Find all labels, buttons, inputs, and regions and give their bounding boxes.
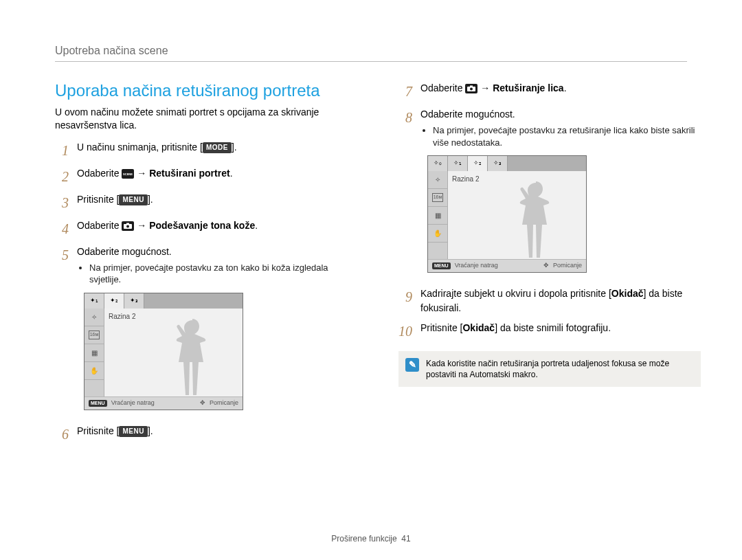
step-text: ]. <box>148 425 153 436</box>
ss-side-icon: ✋ <box>428 225 447 243</box>
ss-move-label: Pomicanje <box>553 261 582 271</box>
step-text: Odaberite mogućnost. <box>420 109 515 120</box>
scene-mode-icon: SCENE <box>122 169 134 179</box>
ss-menu-key-icon: MENU <box>89 400 107 407</box>
step-number: 8 <box>398 107 412 281</box>
column-right: 7 Odaberite → Retuširanje lica. 8 Odaber… <box>398 81 701 450</box>
ss-tab-icon: ✧₁ <box>448 156 468 171</box>
step-note: Na primjer, povećajte postavku za retuši… <box>433 124 701 148</box>
ss-back-label: Vraćanje natrag <box>111 399 155 408</box>
footer-page-number: 41 <box>401 534 410 544</box>
step-text: Odaberite <box>420 82 465 93</box>
camera-screenshot-skin-tone: ✦₁ ✦₂ ✦₃ ✧ 16м ▦ ✋ <box>84 293 243 410</box>
step-text: Odaberite <box>77 168 122 179</box>
step-number: 1 <box>55 140 69 161</box>
ss-side-icon: ✋ <box>85 362 104 380</box>
step-3: 3 Pritisnite [MENU]. <box>55 192 357 213</box>
ss-tab-icon: ✦₂ <box>104 293 124 309</box>
camera-icon <box>122 221 134 231</box>
ss-nav-icon: ✥ <box>200 399 205 408</box>
step-number: 6 <box>55 424 69 445</box>
step-number: 3 <box>55 192 69 213</box>
step-number: 5 <box>55 245 69 418</box>
step-text: Pritisnite [ <box>420 322 462 333</box>
step-1: 1 U načinu snimanja, pritisnite [MODE]. <box>55 140 357 161</box>
step-text: ]. <box>232 142 237 153</box>
column-left: Uporaba načina retuširanog portreta U ov… <box>55 81 357 450</box>
ss-tab-icon: ✧₃ <box>488 156 508 171</box>
step-6: 6 Pritisnite [MENU]. <box>55 424 357 445</box>
steps-list-right: 7 Odaberite → Retuširanje lica. 8 Odaber… <box>398 81 701 341</box>
step-text: . <box>230 168 233 179</box>
ss-tab-icon: ✧₂ <box>468 156 488 171</box>
svg-point-4 <box>126 225 129 228</box>
step-8: 8 Odaberite mogućnost. Na primjer, poveć… <box>398 107 701 281</box>
step-number: 9 <box>398 287 412 315</box>
ss-move-label: Pomicanje <box>210 399 238 408</box>
person-silhouette-icon <box>168 315 216 396</box>
step-number: 4 <box>55 219 69 239</box>
step-text: ] da biste snimili fotografiju. <box>495 322 611 333</box>
person-silhouette-icon <box>512 178 560 259</box>
svg-text:SCENE: SCENE <box>123 172 133 176</box>
step-text: U načinu snimanja, pritisnite [ <box>77 142 203 153</box>
step-text-bold: Retuširani portret <box>149 168 229 179</box>
info-icon: ✎ <box>405 358 419 372</box>
step-text-bold: Retuširanje lica <box>493 82 564 93</box>
ss-nav-icon: ✥ <box>543 261 549 271</box>
step-text: Odaberite mogućnost. <box>77 246 172 257</box>
step-number: 7 <box>398 81 412 102</box>
step-text-bold: Okidač <box>462 322 495 333</box>
step-text: Odaberite <box>77 220 122 231</box>
step-text: → <box>134 168 149 179</box>
menu-button-icon: MENU <box>119 194 147 205</box>
ss-side-icon: ✧ <box>85 309 104 326</box>
ss-side-icon: ▦ <box>428 207 447 225</box>
step-text: Pritisnite [ <box>77 425 119 436</box>
ss-tab-icon: ✧₀ <box>428 156 448 171</box>
step-text: Pritisnite [ <box>77 194 119 205</box>
step-9: 9 Kadrirajte subjekt u okviru i dopola p… <box>398 287 701 315</box>
section-title: Uporaba načina retuširanog portreta <box>55 81 357 100</box>
step-text: → <box>477 82 493 93</box>
ss-side-icon: ▦ <box>85 344 104 362</box>
mode-button-icon: MODE <box>203 142 232 153</box>
step-text-bold: Podešavanje tona kože <box>149 220 255 231</box>
camera-icon <box>465 84 477 93</box>
ss-side-icon: 16м <box>85 326 104 344</box>
camera-screenshot-face-retouch: ✧₀ ✧₁ ✧₂ ✧₃ ✧ 16м ▦ ✋ <box>427 155 587 273</box>
steps-list-left: 1 U načinu snimanja, pritisnite [MODE]. … <box>55 140 357 445</box>
step-text: ]. <box>148 194 153 205</box>
svg-rect-3 <box>126 223 129 225</box>
step-5: 5 Odaberite mogućnost. Na primjer, poveć… <box>55 245 357 418</box>
step-text: . <box>255 220 258 231</box>
step-text-bold: Okidač <box>611 288 644 299</box>
step-note: Na primjer, povećajte postavku za ton ka… <box>89 262 357 286</box>
breadcrumb: Upotreba načina scene <box>55 45 687 62</box>
step-2: 2 Odaberite SCENE → Retuširani portret. <box>55 166 357 187</box>
info-note: ✎ Kada koristite način retuširanja portr… <box>398 351 701 387</box>
step-number: 2 <box>55 166 69 187</box>
ss-menu-key-icon: MENU <box>432 262 451 270</box>
svg-rect-6 <box>470 86 473 87</box>
step-4: 4 Odaberite → Podešavanje tona kože. <box>55 219 357 239</box>
step-10: 10 Pritisnite [Okidač] da biste snimili … <box>398 321 701 341</box>
main-columns: Uporaba načina retuširanog portreta U ov… <box>55 81 701 450</box>
page-footer: Proširene funkcije 41 <box>0 534 742 544</box>
svg-point-7 <box>470 88 473 91</box>
ss-tab-icon: ✦₁ <box>85 293 104 309</box>
ss-side-icon: 16м <box>428 189 447 207</box>
step-text: → <box>134 220 149 231</box>
ss-tab-icon: ✦₃ <box>124 293 144 309</box>
manual-page: Upotreba načina scene Uporaba načina ret… <box>0 0 742 560</box>
note-text: Kada koristite način retuširanja portret… <box>426 358 694 380</box>
step-7: 7 Odaberite → Retuširanje lica. <box>398 81 701 102</box>
ss-side-icon: ✧ <box>428 171 447 189</box>
section-intro: U ovom načinu možete snimati portret s o… <box>55 106 357 132</box>
footer-section: Proširene funkcije <box>331 534 396 544</box>
step-number: 10 <box>398 321 412 341</box>
step-text: Kadrirajte subjekt u okviru i dopola pri… <box>420 288 611 299</box>
step-text: . <box>564 82 567 93</box>
ss-back-label: Vraćanje natrag <box>455 261 498 271</box>
menu-button-icon: MENU <box>119 426 147 437</box>
